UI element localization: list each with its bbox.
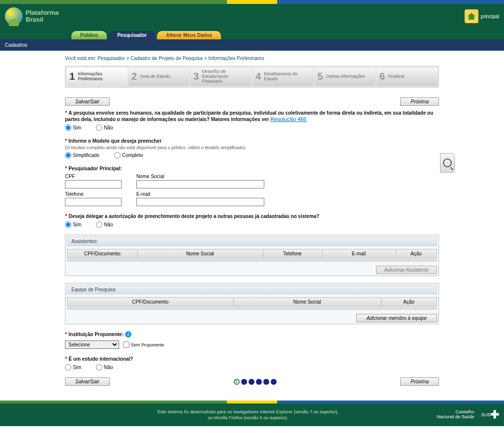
proxima-button-top[interactable]: Próxima — [400, 97, 439, 106]
email-label: E-mail — [136, 191, 264, 197]
salvar-sair-button-top[interactable]: Salvar/Sair — [65, 97, 110, 106]
top-stripe — [0, 0, 504, 4]
footer: Este sistema foi desenvolvido para os na… — [0, 403, 504, 426]
q3-label: Pesquisador Principal: — [68, 166, 122, 171]
equipe-title: Equipe de Pesquisa: — [67, 285, 437, 294]
magnify-icon — [443, 158, 452, 167]
q2-label: Informe o Modelo que deseja preencher — [68, 138, 161, 144]
home-icon — [468, 13, 475, 20]
q1-nao[interactable]: Não — [96, 124, 113, 131]
step-2[interactable]: 2Área de Estudo — [128, 67, 189, 86]
q1-sim[interactable]: Sim — [65, 124, 81, 131]
footer-line1: Este sistema foi desenvolvido para os na… — [59, 409, 437, 415]
resolucao-link[interactable]: Resolução 466 — [270, 116, 306, 122]
intl-label: É um estudo internacional? — [68, 356, 133, 362]
assist-table-header: CPF/Documento Nome Social Telefone E-mai… — [67, 249, 437, 258]
q4-nao[interactable]: Não — [96, 221, 113, 228]
inst-label: Instituição Proponente: — [68, 332, 124, 337]
pager-step-2[interactable] — [241, 379, 247, 385]
pager-step-1[interactable]: 1 — [234, 379, 240, 385]
proxima-button-bottom[interactable]: Próxima — [400, 377, 439, 386]
tab-publico[interactable]: Público — [71, 31, 107, 39]
pager: 1 — [234, 379, 277, 385]
cpf-field[interactable] — [65, 180, 122, 188]
subnav-cadastros[interactable]: Cadastros — [0, 39, 504, 51]
step-6[interactable]: 6Finalizar — [377, 67, 438, 86]
q4-label: Deseja delegar a autorização de preenchi… — [68, 214, 319, 219]
q2-completo[interactable]: Completo — [114, 152, 143, 158]
add-equipe-button[interactable]: Adicionar membro à equipe — [356, 314, 437, 322]
intl-sim[interactable]: Sim — [65, 364, 81, 371]
step-1[interactable]: 1Informações Preliminares — [66, 67, 127, 86]
wizard-steps: 1Informações Preliminares 2Área de Estud… — [65, 66, 439, 88]
brand-line1: Plataforma — [26, 9, 59, 16]
step-3[interactable]: 3Desenho de Estudo/Apoio Financeiro — [190, 67, 252, 86]
panel-assistentes: Assistentes: CPF/Documento Nome Social T… — [65, 235, 439, 276]
brand-line2: Brasil — [26, 16, 59, 23]
cpf-label: CPF — [65, 174, 122, 179]
step-4[interactable]: 4Detalhamento do Estudo — [252, 67, 314, 86]
tab-alterar-dados[interactable]: Alterar Meus Dados — [157, 31, 221, 39]
panel-equipe: Equipe de Pesquisa: CPF/Documento Nome S… — [65, 283, 439, 324]
principal-label[interactable]: principal — [481, 14, 499, 19]
logo-icon — [5, 7, 23, 25]
footer-line2: ou Mozilla Firefox (versão 9 ou superior… — [59, 415, 437, 421]
pager-step-3[interactable] — [249, 379, 254, 385]
header: Plataforma Brasil principal — [0, 4, 504, 29]
telefone-field[interactable] — [65, 198, 122, 206]
zoom-handle[interactable] — [440, 153, 455, 173]
pager-step-5[interactable] — [263, 379, 269, 385]
pager-step-6[interactable] — [271, 379, 277, 385]
salvar-sair-button-bottom[interactable]: Salvar/Sair — [65, 377, 110, 386]
telefone-label: Telefone — [65, 191, 122, 197]
logo: Plataforma Brasil — [5, 7, 59, 25]
plus-icon: ✚ — [490, 408, 499, 421]
assist-title: Assistentes: — [67, 237, 437, 246]
intl-nao[interactable]: Não — [96, 364, 113, 371]
home-button[interactable] — [465, 9, 478, 23]
q2-simplificado[interactable]: Simplificado — [65, 152, 99, 158]
breadcrumb: Você está em: Pesquisador > Cadastro de … — [65, 56, 439, 61]
add-assistente-button[interactable]: Adicionar Assistente — [376, 266, 437, 274]
pager-step-4[interactable] — [256, 379, 262, 385]
nav-tabs: Público Pesquisador Alterar Meus Dados — [0, 29, 504, 39]
tab-pesquisador[interactable]: Pesquisador — [108, 31, 156, 39]
equipe-table-header: CPF/Documento Nome Social Ação — [67, 297, 437, 307]
sem-proponente-check[interactable]: Sem Proponente — [123, 341, 164, 348]
email-field[interactable] — [136, 198, 264, 206]
q4-sim[interactable]: Sim — [65, 221, 81, 228]
instituicao-select[interactable]: Selecione — [65, 340, 119, 349]
info-icon[interactable]: i — [125, 331, 131, 338]
q2-hint: (O Modelo completo ainda não está dispon… — [65, 145, 439, 150]
q1-label: A pesquisa envolve seres humanos, na qua… — [65, 110, 433, 122]
nome-label: Nome Social — [136, 174, 264, 179]
nome-field[interactable] — [136, 180, 264, 188]
step-5[interactable]: 5Outras Informações — [315, 67, 376, 86]
